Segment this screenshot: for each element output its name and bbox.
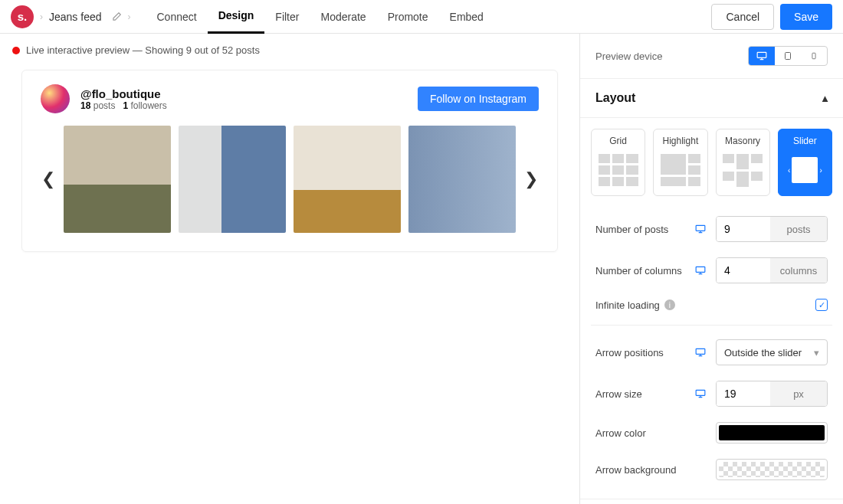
main-tabs: Connect Design Filter Moderate Promote E… xyxy=(146,0,494,34)
chevron-right-icon: › xyxy=(128,11,131,22)
infinite-loading-row: Infinite loadingi ✓ xyxy=(591,291,832,319)
arrow-positions-select[interactable]: Outside the slider ▾ xyxy=(716,339,828,365)
layout-section-header[interactable]: Layout▴ xyxy=(580,79,843,118)
info-icon[interactable]: i xyxy=(664,299,675,310)
main-area: Live interactive preview — Showing 9 out… xyxy=(0,34,843,504)
arrow-size-input[interactable] xyxy=(717,381,770,406)
num-columns-input[interactable] xyxy=(717,258,770,283)
feed-post[interactable] xyxy=(179,126,286,233)
slider-prev-arrow[interactable]: ❮ xyxy=(41,169,56,189)
infinite-loading-checkbox[interactable]: ✓ xyxy=(815,299,828,311)
feed-preview-card: @flo_boutique 18 posts 1 followers Follo… xyxy=(21,70,558,252)
layout-section-body: Grid Highlight Masonry Slider ‹› Number … xyxy=(580,118,843,499)
arrow-positions-row: Arrow positions Outside the slider ▾ xyxy=(591,332,832,373)
tab-filter[interactable]: Filter xyxy=(264,0,310,34)
device-desktop-button[interactable] xyxy=(749,47,775,65)
layout-option-slider[interactable]: Slider ‹› xyxy=(778,129,832,196)
tab-connect[interactable]: Connect xyxy=(146,0,208,34)
svg-rect-5 xyxy=(696,349,705,354)
desktop-icon[interactable] xyxy=(694,347,708,358)
svg-rect-2 xyxy=(812,53,815,59)
feed-section-header[interactable]: Feed▴ xyxy=(580,499,843,504)
live-preview-status: Live interactive preview — Showing 9 out… xyxy=(0,34,579,62)
svg-rect-0 xyxy=(757,52,766,57)
desktop-icon[interactable] xyxy=(694,224,708,234)
feed-slider: ❮ ❯ xyxy=(41,126,539,233)
live-preview-text: Live interactive preview — Showing 9 out… xyxy=(26,44,260,56)
app-logo[interactable]: s. xyxy=(11,5,34,28)
tab-promote[interactable]: Promote xyxy=(377,0,439,34)
account-handle[interactable]: @flo_boutique xyxy=(80,87,167,100)
arrow-color-row: Arrow color xyxy=(591,414,832,451)
tab-embed[interactable]: Embed xyxy=(439,0,494,34)
num-posts-row: Number of posts posts xyxy=(591,208,832,250)
account-avatar[interactable] xyxy=(41,84,70,113)
layout-option-grid[interactable]: Grid xyxy=(591,129,645,196)
arrow-color-swatch[interactable] xyxy=(716,422,828,443)
svg-rect-4 xyxy=(696,267,705,272)
desktop-icon[interactable] xyxy=(694,265,708,276)
chevron-right-icon: › xyxy=(40,11,43,22)
arrow-size-row: Arrow size px xyxy=(591,373,832,414)
layout-option-highlight[interactable]: Highlight xyxy=(653,129,707,196)
feed-post[interactable] xyxy=(408,126,516,233)
top-bar: s. › Jeans feed › Connect Design Filter … xyxy=(0,0,843,34)
layout-option-masonry[interactable]: Masonry xyxy=(716,129,770,196)
layout-options: Grid Highlight Masonry Slider ‹› xyxy=(591,129,832,196)
unit-label: posts xyxy=(770,217,827,241)
tab-moderate[interactable]: Moderate xyxy=(310,0,376,34)
svg-rect-3 xyxy=(696,225,705,231)
unit-label: columns xyxy=(770,258,827,283)
device-mobile-button[interactable] xyxy=(801,47,827,65)
chevron-down-icon: ▾ xyxy=(814,347,819,358)
feed-name: Jeans feed xyxy=(49,11,102,23)
live-dot-icon xyxy=(12,47,20,54)
cancel-button[interactable]: Cancel xyxy=(711,4,774,30)
feed-post[interactable] xyxy=(294,126,401,233)
feed-header: @flo_boutique 18 posts 1 followers Follo… xyxy=(41,84,539,113)
edit-name-icon[interactable] xyxy=(111,11,122,22)
unit-label: px xyxy=(770,381,827,406)
arrow-background-row: Arrow background xyxy=(591,451,832,488)
chevron-up-icon: ▴ xyxy=(822,92,828,104)
feed-post[interactable] xyxy=(64,126,171,233)
device-tablet-button[interactable] xyxy=(775,47,801,65)
preview-column: Live interactive preview — Showing 9 out… xyxy=(0,34,579,504)
preview-device-label: Preview device xyxy=(595,51,662,62)
slider-next-arrow[interactable]: ❯ xyxy=(523,169,539,189)
svg-rect-1 xyxy=(786,53,791,60)
desktop-icon[interactable] xyxy=(694,388,708,399)
follow-button[interactable]: Follow on Instagram xyxy=(418,87,539,111)
arrow-bg-swatch[interactable] xyxy=(716,459,828,480)
device-segmented xyxy=(748,46,828,66)
save-button[interactable]: Save xyxy=(780,4,832,30)
num-columns-row: Number of columns columns xyxy=(591,250,832,291)
num-posts-input[interactable] xyxy=(717,217,770,241)
svg-rect-6 xyxy=(696,390,705,395)
tab-design[interactable]: Design xyxy=(208,0,265,34)
preview-device-row: Preview device xyxy=(580,34,843,79)
settings-panel[interactable]: Preview device Layout▴ Grid xyxy=(579,34,843,504)
account-stats: 18 posts 1 followers xyxy=(80,100,167,111)
